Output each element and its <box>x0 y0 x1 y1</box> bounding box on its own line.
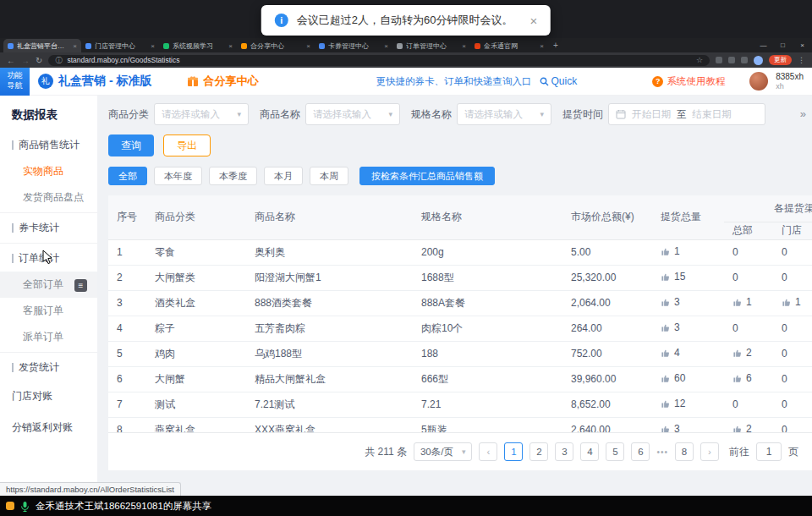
goto-label: 前往 <box>729 445 749 459</box>
collapse-filters-button[interactable]: » <box>800 107 806 120</box>
quick-entry-hint: 更快捷的券卡、订单和快递查询入口 <box>376 75 532 88</box>
tab-close-icon[interactable]: × <box>228 42 233 50</box>
page-button-1[interactable]: 1 <box>504 442 523 461</box>
sidebar-title: 数据报表 <box>0 96 97 132</box>
browser-update-button[interactable]: 更新 <box>769 55 792 65</box>
page-button-5[interactable]: 5 <box>606 442 624 461</box>
status-link-bubble: https://standard.maboy.cn/AllOrderStatis… <box>0 482 181 496</box>
sidebar-item-service-orders[interactable]: 客服订单 <box>0 298 97 324</box>
pickup-icon <box>661 323 670 332</box>
refresh-icon[interactable]: ↻ <box>36 56 42 65</box>
browser-tab-gift-admin[interactable]: 礼盒营销平台管理中心 × <box>3 39 81 52</box>
window-controls: — □ × <box>754 38 812 52</box>
sidebar-item-store-reconciliation[interactable]: 门店对账 <box>0 381 97 412</box>
browser-tab-official-site[interactable]: 金禾通官网 × <box>470 39 548 52</box>
user-info[interactable]: 8385xh xh <box>776 72 804 91</box>
user-avatar[interactable] <box>749 72 768 91</box>
microphone-icon <box>20 501 30 512</box>
window-close-button[interactable]: × <box>793 38 812 52</box>
prev-page-button[interactable]: ‹ <box>479 442 497 461</box>
range-month-button[interactable]: 本月 <box>264 167 303 185</box>
table-row: 8燕窝礼盒 XXX燕窝礼盒5瓶装 2,640.00 3 2 0 <box>108 417 812 433</box>
summary-button[interactable]: 按检索条件汇总商品销售额 <box>359 167 495 185</box>
group-marker <box>12 223 14 233</box>
address-bar[interactable]: ⓘ standard.maboy.cn/GoodsStatistics ☆ <box>48 55 710 66</box>
col-header-store: 门店 <box>773 222 812 239</box>
browser-tab-store-admin[interactable]: 门店管理中心 × <box>81 39 159 52</box>
group-marker <box>12 140 14 150</box>
browser-tab-card-admin[interactable]: 卡券管理中心 × <box>315 39 392 52</box>
page-button-3[interactable]: 3 <box>555 442 573 461</box>
page-ellipsis: ••• <box>656 447 668 457</box>
bookmark-star-icon[interactable]: ☆ <box>696 56 703 64</box>
browser-tab-share-center[interactable]: 合分享中心 × <box>237 39 315 52</box>
forward-icon[interactable]: → <box>21 56 30 65</box>
name-select[interactable]: 请选择或输入 ▾ <box>305 103 400 125</box>
site-info-icon[interactable]: ⓘ <box>55 56 62 65</box>
browser-menu-icon[interactable]: ⋮ <box>798 56 805 64</box>
range-week-button[interactable]: 本周 <box>310 167 348 185</box>
extension-icon[interactable] <box>716 57 722 63</box>
browser-profile-avatar[interactable] <box>754 56 763 65</box>
sidebar-collapse-handle[interactable]: ≡ <box>74 279 87 292</box>
goto-page-input[interactable]: 1 <box>756 442 782 461</box>
sidebar-item-dispatch-orders[interactable]: 派单订单 <box>0 324 97 350</box>
tab-close-icon[interactable]: × <box>384 42 388 50</box>
range-all-button[interactable]: 全部 <box>108 167 147 185</box>
sidebar-item-physical-goods[interactable]: 实物商品 <box>0 158 97 184</box>
tutorial-link[interactable]: ? 系统使用教程 <box>652 75 725 88</box>
page-button-4[interactable]: 4 <box>580 442 599 461</box>
pickup-icon <box>661 399 670 409</box>
table-row: 7测试 7.21测试7.21 8,652.00 12 0 0 <box>108 392 812 417</box>
main-content: » 商品分类 请选择或输入 ▾ 商品名称 请选择或输入 ▾ 规格名称 请选择或输 <box>97 96 812 496</box>
sidebar-item-shipping-stats[interactable]: 发货统计 <box>0 352 97 381</box>
extension-icon[interactable] <box>741 57 748 63</box>
total-count: 共 211 条 <box>365 445 407 459</box>
tab-close-icon[interactable]: × <box>73 42 77 50</box>
page-size-select[interactable]: 30条/页 ▾ <box>414 442 473 461</box>
new-tab-button[interactable]: + <box>548 41 563 50</box>
toast-close-icon[interactable]: × <box>529 14 537 28</box>
sidebar-item-shipment-inventory[interactable]: 发货商品盘点 <box>0 184 97 211</box>
page-button-8[interactable]: 8 <box>675 442 694 461</box>
export-button[interactable]: 导出 <box>163 134 211 156</box>
tab-favicon <box>397 43 403 49</box>
sidebar-item-goods-sales-stats[interactable]: 商品销售统计 <box>0 132 97 158</box>
tab-close-icon[interactable]: × <box>462 42 466 50</box>
tab-close-icon[interactable]: × <box>540 42 544 50</box>
next-page-button[interactable]: › <box>700 442 719 461</box>
window-maximize-button[interactable]: □ <box>773 38 793 52</box>
brand: 礼 礼盒营销 - 标准版 <box>38 74 151 89</box>
tab-close-icon[interactable]: × <box>306 42 310 50</box>
share-center-link[interactable]: 合分享中心 <box>187 74 258 89</box>
range-quarter-button[interactable]: 本季度 <box>209 167 257 185</box>
col-header-spec: 规格名称 <box>413 195 562 239</box>
sidebar-item-order-stats[interactable]: 订单统计 <box>0 243 97 272</box>
back-icon[interactable]: ← <box>7 56 15 65</box>
category-select[interactable]: 请选择或输入 ▾ <box>154 103 249 125</box>
date-start-placeholder: 开始日期 <box>632 108 671 121</box>
browser-tab-order-admin[interactable]: 订单管理中心 × <box>392 39 470 52</box>
sidebar-item-distribution-rebate[interactable]: 分销返利对账 <box>0 412 97 443</box>
nav-toggle-button[interactable]: 功能 导航 <box>0 68 30 96</box>
brand-logo-icon: 礼 <box>38 74 53 89</box>
page-button-6[interactable]: 6 <box>631 442 650 461</box>
extension-icon[interactable] <box>728 57 735 63</box>
query-button[interactable]: 查询 <box>108 134 154 156</box>
sidebar-item-voucher-stats[interactable]: 券卡统计 <box>0 212 97 241</box>
tab-close-icon[interactable]: × <box>151 42 155 50</box>
pickup-icon <box>661 247 670 256</box>
pickup-date-range[interactable]: 开始日期 至 结束日期 <box>608 103 765 125</box>
pickup-icon <box>661 272 670 282</box>
page-title: 礼盒营销 - 标准版 <box>58 74 151 89</box>
sidebar: 数据报表 商品销售统计 实物商品 发货商品盘点 券卡统计 订单统计 全部订单 客… <box>0 96 97 496</box>
group-marker <box>12 363 14 372</box>
window-minimize-button[interactable]: — <box>754 38 773 52</box>
page-button-2[interactable]: 2 <box>529 442 548 461</box>
range-year-button[interactable]: 本年度 <box>154 167 202 185</box>
table-row: 1零食 奥利奥200g 5.00 1 0 0 <box>108 239 812 265</box>
goods-table-card: 序号 商品分类 商品名称 规格名称 市场价总额(¥) 提货总量 各提货渠道 总部… <box>108 195 812 433</box>
browser-tab-video-learning[interactable]: 系统视频学习 × <box>159 39 237 52</box>
quick-search-link[interactable]: Quick <box>540 75 578 87</box>
spec-select[interactable]: 请选择或输入 ▾ <box>457 103 551 125</box>
